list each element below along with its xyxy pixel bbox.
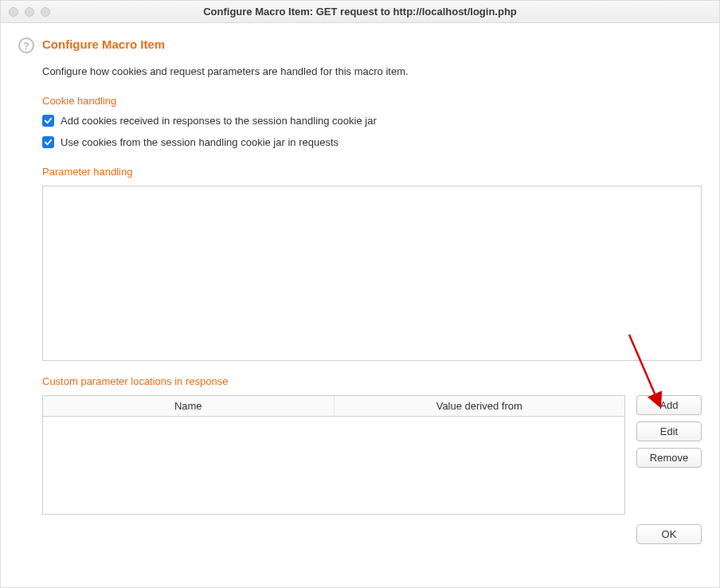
titlebar: Configure Macro Item: GET request to htt…	[1, 1, 719, 23]
custom-parameter-table[interactable]: Name Value derived from	[42, 395, 625, 515]
checkbox-icon[interactable]	[42, 115, 54, 127]
cookie-section-label: Cookie handling	[42, 95, 702, 107]
checkbox-icon[interactable]	[42, 136, 54, 148]
checkbox-label: Use cookies from the session handling co…	[61, 136, 338, 148]
add-button[interactable]: Add	[636, 395, 702, 415]
table-header: Name Value derived from	[43, 396, 624, 417]
checkbox-row-use-cookies[interactable]: Use cookies from the session handling co…	[42, 136, 702, 148]
edit-button[interactable]: Edit	[636, 421, 702, 441]
description-text: Configure how cookies and request parame…	[42, 65, 702, 77]
table-col-value: Value derived from	[335, 396, 625, 416]
param-section-label: Parameter handling	[42, 166, 702, 178]
zoom-icon[interactable]	[41, 7, 50, 17]
page-title: Configure Macro Item	[42, 37, 702, 51]
dialog-content: ? Configure Macro Item Configure how coo…	[1, 23, 719, 587]
table-button-column: Add Edit Remove	[636, 395, 702, 468]
remove-button[interactable]: Remove	[636, 448, 702, 468]
checkbox-row-add-cookies[interactable]: Add cookies received in responses to the…	[42, 115, 702, 127]
minimize-icon[interactable]	[25, 7, 34, 17]
table-col-name: Name	[43, 396, 335, 416]
dialog-window: Configure Macro Item: GET request to htt…	[0, 0, 720, 588]
checkbox-label: Add cookies received in responses to the…	[61, 115, 377, 127]
ok-button[interactable]: OK	[636, 524, 702, 544]
close-icon[interactable]	[9, 7, 18, 17]
help-icon[interactable]: ?	[18, 37, 34, 53]
window-controls	[1, 7, 50, 17]
window-title: Configure Macro Item: GET request to htt…	[1, 6, 719, 18]
custom-section-label: Custom parameter locations in response	[42, 375, 702, 387]
parameter-handling-list[interactable]	[42, 186, 702, 361]
